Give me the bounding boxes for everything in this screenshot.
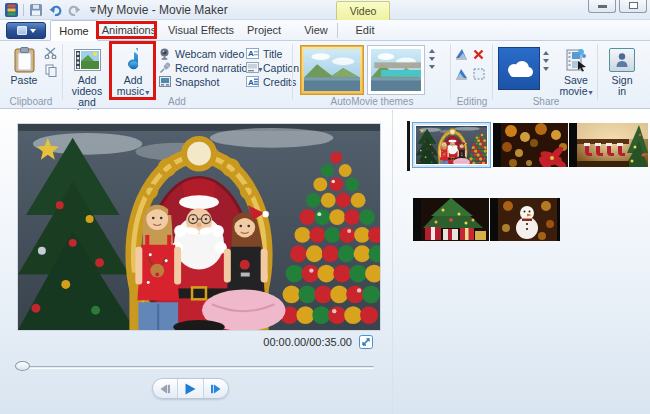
storyboard-clip-snowman[interactable] xyxy=(490,198,560,241)
share-scroll-down-icon[interactable] xyxy=(543,59,549,63)
delete-icon[interactable] xyxy=(472,48,485,60)
group-separator xyxy=(450,44,451,100)
gallery-scroll-down-icon[interactable] xyxy=(429,57,435,61)
next-frame-icon xyxy=(210,384,222,394)
webcam-video-button[interactable]: Webcam video xyxy=(158,47,244,60)
clip-thumbnail xyxy=(421,198,489,241)
clip-edge xyxy=(493,123,501,167)
share-scroll-up-icon[interactable] xyxy=(543,51,549,55)
quick-access-toolbar xyxy=(4,2,106,18)
share-onedrive-tile[interactable] xyxy=(498,47,540,90)
snapshot-button[interactable]: Snapshot xyxy=(158,75,219,88)
timecode-display: 00:00.00/00:35.00 xyxy=(170,336,352,348)
rotate-right-icon[interactable] xyxy=(455,68,468,80)
paste-clipboard-icon xyxy=(6,44,42,75)
webcam-icon xyxy=(158,48,171,60)
undo-icon[interactable] xyxy=(48,3,62,17)
app-menu-icon xyxy=(17,26,27,35)
snapshot-icon xyxy=(158,76,171,88)
cut-icon[interactable] xyxy=(44,47,57,59)
ribbon: Paste Clipboard Add videos and photos Ad… xyxy=(0,41,650,109)
sign-in-button[interactable]: Sign in xyxy=(600,44,644,98)
app-menu-button[interactable] xyxy=(6,22,46,39)
add-group-label: Add xyxy=(64,96,290,107)
onedrive-cloud-icon xyxy=(504,60,534,78)
sign-in-person-icon xyxy=(609,48,635,72)
group-separator xyxy=(292,44,293,100)
title-button[interactable]: A Title xyxy=(246,47,282,60)
credits-button[interactable]: A Credits xyxy=(246,75,305,88)
title-icon: A xyxy=(246,48,259,60)
rotate-left-icon[interactable] xyxy=(455,48,468,60)
group-separator xyxy=(62,44,63,100)
play-icon xyxy=(184,383,196,395)
automovie-group-label: AutoMovie themes xyxy=(296,96,448,107)
add-videos-photos-button[interactable]: Add videos and photos xyxy=(64,44,110,98)
save-movie-button[interactable]: Save movie xyxy=(556,44,596,98)
tab-project[interactable]: Project xyxy=(242,20,286,41)
maximize-icon xyxy=(629,2,638,9)
seek-thumb[interactable] xyxy=(15,361,30,371)
annotation-box-animations-tab xyxy=(96,21,157,39)
play-button[interactable] xyxy=(177,379,203,398)
tab-home[interactable]: Home xyxy=(50,20,98,41)
playback-controls xyxy=(152,378,229,399)
santa-photo-preview xyxy=(18,124,380,330)
svg-text:A: A xyxy=(248,49,254,58)
copy-icon[interactable] xyxy=(44,64,57,76)
panel-divider xyxy=(392,110,393,414)
group-separator xyxy=(492,44,493,100)
fullscreen-button[interactable] xyxy=(359,335,373,349)
clip-thumbnail xyxy=(577,123,648,167)
sign-in-label-line2: in xyxy=(600,86,644,97)
share-group-label: Share xyxy=(496,96,596,107)
video-tools-contextual-tab[interactable]: Video Tools xyxy=(336,1,390,20)
clip-edge xyxy=(557,198,560,241)
seek-bar[interactable] xyxy=(17,366,374,369)
automovie-theme-default[interactable] xyxy=(300,45,364,95)
clip-edge xyxy=(569,123,577,167)
storyboard-clip-presents[interactable] xyxy=(413,198,489,241)
next-frame-button[interactable] xyxy=(204,379,228,398)
storyboard-clip-tree-bokeh[interactable] xyxy=(493,123,568,167)
tab-view[interactable]: View xyxy=(296,20,336,41)
app-menu-caret-icon xyxy=(30,29,36,33)
automovie-theme-contemporary[interactable] xyxy=(367,45,425,95)
title-label: Title xyxy=(263,48,282,60)
snapshot-label: Snapshot xyxy=(175,76,219,88)
content-area: 00:00.00/00:35.00 xyxy=(0,110,650,414)
previous-frame-button[interactable] xyxy=(153,379,177,398)
webcam-video-label: Webcam video xyxy=(175,48,244,60)
clip-edge xyxy=(413,198,421,241)
paste-button[interactable]: Paste xyxy=(6,44,42,98)
paste-label: Paste xyxy=(6,75,42,86)
annotation-box-add-music xyxy=(109,41,156,100)
theme-default-thumbnail xyxy=(304,49,360,91)
svg-text:A: A xyxy=(248,78,254,87)
clip-thumbnail xyxy=(501,123,568,167)
caption-label: Caption xyxy=(263,62,299,74)
theme-contemporary-thumbnail xyxy=(371,49,421,91)
minimize-button[interactable] xyxy=(588,0,616,13)
share-scroll-controls xyxy=(543,51,549,71)
minimize-icon xyxy=(598,5,607,8)
editing-group-label: Editing xyxy=(452,96,492,107)
select-all-icon[interactable] xyxy=(472,68,485,80)
app-logo-icon xyxy=(4,3,18,17)
save-icon[interactable] xyxy=(29,3,43,17)
share-expand-icon[interactable] xyxy=(543,67,549,71)
clip-edge xyxy=(490,198,498,241)
group-separator xyxy=(597,44,598,100)
tab-visual-effects[interactable]: Visual Effects xyxy=(165,20,237,41)
maximize-button[interactable] xyxy=(619,0,647,13)
gallery-expand-icon[interactable] xyxy=(429,65,435,69)
redo-icon[interactable] xyxy=(67,3,81,17)
tab-edit[interactable]: Edit xyxy=(342,20,388,41)
storyboard-insert-cursor xyxy=(407,121,410,171)
gallery-scroll-up-icon[interactable] xyxy=(429,49,435,53)
storyboard-clip-santa-selected[interactable] xyxy=(412,122,491,168)
title-bar: My Movie - Movie Maker Video Tools xyxy=(0,0,650,20)
microphone-icon xyxy=(158,62,171,74)
storyboard-clip-stockings[interactable] xyxy=(569,123,648,167)
add-videos-label-line1: Add videos xyxy=(64,75,110,97)
